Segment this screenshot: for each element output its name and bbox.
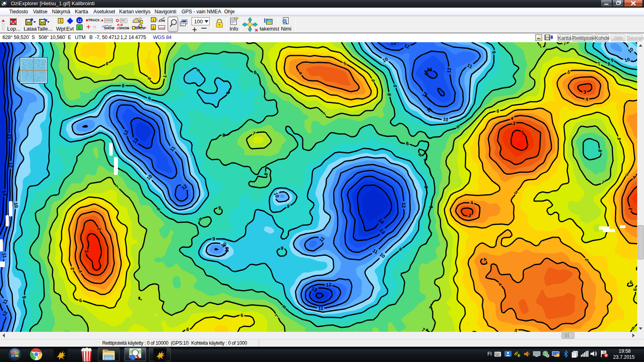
svg-text:8: 8 (222, 132, 225, 138)
svg-text:13: 13 (390, 42, 396, 46)
svg-text:14: 14 (1, 190, 8, 196)
svg-text:3: 3 (584, 89, 586, 95)
svg-text:10: 10 (443, 116, 449, 123)
svg-text:12: 12 (77, 19, 81, 23)
svg-text:C: C (78, 25, 81, 30)
svg-text:12: 12 (401, 202, 407, 208)
svg-text:13: 13 (427, 67, 432, 72)
svg-text:7: 7 (563, 42, 566, 46)
svg-text:4: 4 (585, 97, 588, 102)
svg-text:12: 12 (326, 282, 332, 288)
svg-text:10: 10 (224, 246, 230, 252)
svg-text:1: 1 (152, 18, 154, 22)
svg-text:10: 10 (13, 202, 19, 208)
svg-text:6: 6 (240, 313, 243, 318)
svg-text:LINE: LINE (159, 19, 165, 22)
svg-text:8: 8 (122, 83, 125, 88)
svg-text:I: I (264, 18, 266, 24)
svg-text:13: 13 (6, 134, 12, 140)
svg-text:12: 12 (8, 162, 14, 168)
svg-text:9: 9 (281, 245, 284, 251)
svg-text:1: 1 (60, 19, 62, 23)
svg-text:9: 9 (213, 236, 215, 242)
svg-text:1: 1 (152, 25, 154, 29)
svg-text:11: 11 (318, 306, 323, 311)
svg-text:12: 12 (446, 67, 452, 73)
